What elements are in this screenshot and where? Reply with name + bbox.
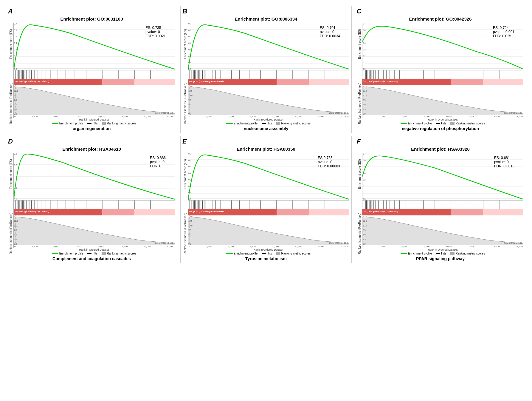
legend-ranking-label: Ranking metric scores [281,252,311,255]
fdr-value: FDR: 0.0021 [145,34,166,38]
x-axis-ticks: 0 2,500 5,000 7,500 10,000 12,500 15,000… [362,245,523,248]
legend-enrichment-profile: Enrichment profile [401,252,432,255]
zero-cross-label: Zero cross at 180 [504,112,522,114]
panel-a: A Enrichment plot: GO:0031100 Enrichment… [6,6,177,133]
pvalue-value: pvalue: 0 [318,160,340,164]
x-axis-ticks: 0 2,500 5,000 7,500 10,000 12,500 15,000… [188,245,349,248]
es-value: ES: 0.886 [150,156,166,160]
legend-enrichment-profile: Enrichment profile [52,122,83,125]
enrichment-chart: ES: 0.886 pvalue: 0 FDR: 0 0.90.70.50.30… [13,153,175,200]
panel-letter-a: A [8,7,13,15]
legend: Enrichment profile Hits Ranking metric s… [362,122,523,125]
hits-bar [188,200,349,209]
pvalue-value: pvalue: 0.001 [493,30,514,34]
pvalue-value: pvalue: 0 [320,30,340,34]
y-axis-ranking-label: Ranked list metric (PreRanked) [9,82,13,125]
x-axis-ticks: 0 2,500 5,000 7,500 10,000 12,500 15,000… [362,115,523,118]
enrichment-chart: ES: 0.724 pvalue: 0.001 FDR: 0.025 0.70.… [362,23,523,70]
enrichment-chart: ES: 0.735 pvalue: 0 FDR: 0.0021 0.70.60.… [13,23,175,70]
legend-enrichment-profile: Enrichment profile [226,252,258,255]
na-pos-label: 'na_pos' (positively correlated) [189,80,224,83]
chart-inner: ES: 0.735 pvalue: 0 FDR: 0.0021 0.70.60.… [13,23,175,125]
rank-color-bar: 'na_pos' (positively correlated) [13,209,175,215]
zero-cross-label: Zero cross at 180 [155,112,173,114]
ranking-metric-area: Zero cross at 180 15.012.510.07.55.02.50… [188,85,349,115]
x-axis-ticks: 0 2,500 5,000 7,500 10,000 12,500 15,000… [188,115,349,118]
x-axis-label: Rank in Ordered Dataset [188,248,349,251]
y-axis-ranking-label: Ranked list metric (PreRanked) [9,212,13,255]
es-value: ES: 0.701 [320,26,340,30]
legend-hits-label: Hits [267,122,272,125]
legend-ranking-metric: Ranking metric scores [102,122,136,125]
y-axis-na-pos [9,196,13,212]
legend-hits: Hits [262,252,272,255]
legend-hits: Hits [87,122,97,125]
stats-box: ES: 0.701 pvalue: 0 FDR: 0.0034 [320,26,340,38]
enrichment-chart: ES: 0.681 pvalue: 0 FDR: 0.0013 0.70.60.… [362,153,523,200]
stats-box: ES: 0.886 pvalue: 0 FDR: 0 [150,156,166,168]
legend-ranking-label: Ranking metric scores [455,252,485,255]
rank-bar-red: 'na_pos' (positively correlated) [14,209,102,215]
rank-bar-lightpink [483,79,523,85]
stats-box: ES: 0.681 pvalue: 0 FDR: 0.0013 [494,156,514,168]
y-axis-enrichment-label: Enrichment score (ES) [183,153,187,196]
hits-bar [362,70,523,79]
y-axis-na-pos [183,196,187,212]
ranking-metric-area: Zero cross at 180 15.012.510.07.55.02.50… [13,85,175,115]
legend: Enrichment profile Hits Ranking metric s… [188,252,349,255]
chart-inner: ES: 0.724 pvalue: 0.001 FDR: 0.025 0.70.… [362,23,523,125]
legend-hits-label: Hits [267,252,272,255]
legend: Enrichment profile Hits Ranking metric s… [13,252,175,255]
legend-black-line [262,253,266,254]
legend: Enrichment profile Hits Ranking metric s… [13,122,175,125]
y-axis-enrichment-label: Enrichment score (ES) [9,153,13,196]
zero-cross-label: Zero cross at 180 [504,242,522,244]
es-value: ES:0.735 [318,156,340,160]
rank-bar-pink [451,209,483,215]
panel-title: Enrichment plot: GO:0042326 [357,16,523,21]
panel-letter-f: F [357,138,361,145]
zero-cross-label: Zero cross at 180 [155,242,173,244]
panel-letter-e: E [182,138,187,145]
na-pos-label: 'na_pos' (positively correlated) [189,210,224,213]
legend-black-line [262,123,266,124]
rank-bar-pink [102,79,134,85]
legend-hits-label: Hits [441,122,446,125]
legend: Enrichment profile Hits Ranking metric s… [188,122,349,125]
legend-gray-rect [450,252,455,255]
legend-hits: Hits [87,252,97,255]
y-axis-enrichment-label: Enrichment score (ES) [357,153,362,196]
x-axis-label: Rank in Ordered Dataset [188,118,349,121]
rank-color-bar: 'na_pos' (positively correlated) [13,79,175,85]
legend-hits-label: Hits [92,122,97,125]
panel-e: E Enrichment plot: HSA00350 Enrichment s… [180,136,352,263]
rank-bar-lightpink [309,209,349,215]
y-axis-enrichment-label: Enrichment score (ES) [183,23,187,66]
enrichment-chart: ES:0.735 pvalue: 0 FDR: 0.00083 0.70.60.… [188,153,349,200]
fdr-value: FDR: 0.025 [493,34,514,38]
chart-inner: ES: 0.886 pvalue: 0 FDR: 0 0.90.70.50.30… [13,153,175,255]
rank-bar-lightpink [309,79,349,85]
panel-title: Enrichment plot: HSA03320 [357,146,523,152]
legend-gray-rect [102,252,106,255]
x-axis-label: Rank in Ordered Dataset [362,248,523,251]
chart-area: Enrichment score (ES) Ranked list metric… [9,23,175,125]
y-axis-na-pos [9,66,13,82]
legend-ranking-label: Ranking metric scores [107,122,136,125]
rank-color-bar: 'na_pos' (positively correlated) [188,79,349,85]
y-axis-na-pos [357,66,362,82]
panel-caption: PPAR signaling pathway [357,256,523,261]
legend-ranking-label: Ranking metric scores [281,122,311,125]
panel-title: Enrichment plot: GO:0031100 [9,16,175,21]
zero-cross-label: Zero cross at 180 [329,112,348,114]
y-axis-enrichment-label: Enrichment score (ES) [9,23,13,66]
rank-bar-red: 'na_pos' (positively correlated) [188,209,277,215]
ranking-metric-area: Zero cross at 180 15.012.510.07.55.02.50… [188,215,349,245]
na-pos-label: 'na_pos' (positively correlated) [363,210,398,213]
y-axis-na-pos [357,196,362,212]
rank-color-bar: 'na_pos' (positively correlated) [362,79,523,85]
panel-caption: negative regulation of phosphorylation [357,126,523,131]
stats-box: ES:0.735 pvalue: 0 FDR: 0.00083 [318,156,340,168]
legend-hits-label: Hits [441,252,446,255]
legend-ranking-label: Ranking metric scores [455,122,485,125]
